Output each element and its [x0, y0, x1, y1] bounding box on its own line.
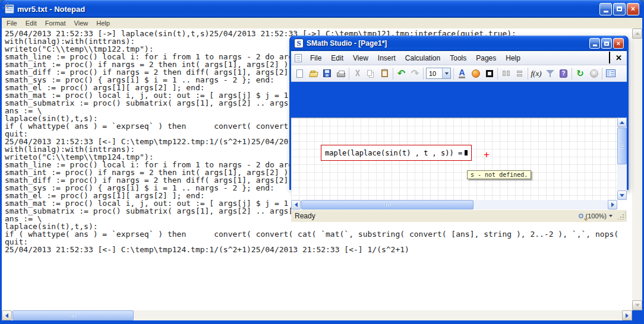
notepad-hscroll-thumb[interactable]: [12, 310, 134, 320]
font-size-dropdown-button[interactable]: [442, 68, 450, 78]
scissors-icon: [354, 69, 361, 77]
smath-maximize-button[interactable]: [601, 38, 612, 49]
toolbar-separator: [572, 68, 572, 80]
align-horizontal-icon: [503, 71, 510, 76]
save-floppy-icon: [323, 69, 331, 77]
minimize-icon: [593, 45, 597, 46]
notepad-menu-file[interactable]: File: [2, 18, 21, 28]
smath-menu-view[interactable]: View: [348, 52, 373, 64]
formula-box[interactable]: maple(laplace(sin(t) , t , s)) =: [321, 145, 472, 161]
font-color-icon: A: [459, 69, 465, 78]
notepad-menu-view[interactable]: View: [70, 18, 93, 28]
open-button[interactable]: [307, 67, 320, 80]
notepad-minimize-button[interactable]: [599, 3, 612, 15]
smath-hscroll-thumb[interactable]: [301, 200, 473, 209]
side-panel-button[interactable]: [604, 67, 617, 80]
chevron-up-icon: [635, 32, 640, 35]
stop-icon: ×: [590, 69, 598, 78]
chevron-down-icon: [620, 194, 624, 197]
border-square-icon: [486, 70, 493, 77]
chevron-down-icon: [635, 304, 640, 307]
toolbar-separator: [528, 68, 528, 80]
smath-close-button[interactable]: ×: [613, 38, 624, 49]
smath-menu-file[interactable]: File: [305, 52, 326, 64]
smath-menu-pages[interactable]: Pages: [471, 52, 501, 64]
notepad-window-controls: ×: [599, 3, 639, 15]
scroll-down-button[interactable]: [617, 190, 627, 200]
smath-vscroll-thumb[interactable]: [617, 128, 627, 164]
font-color-button[interactable]: A: [455, 67, 469, 80]
filter-button[interactable]: [543, 67, 557, 80]
recalculate-button[interactable]: ↻: [573, 67, 587, 80]
cut-button[interactable]: [351, 67, 364, 80]
notepad-menu-help[interactable]: Help: [92, 18, 114, 28]
copy-button[interactable]: [364, 67, 378, 80]
mdi-close-button[interactable]: ✕: [615, 55, 622, 61]
scroll-up-button[interactable]: [617, 117, 627, 127]
smath-menu-help[interactable]: Help: [501, 52, 525, 64]
side-panel-icon: [606, 69, 615, 77]
scroll-down-button[interactable]: [632, 300, 642, 310]
background-color-button[interactable]: [469, 67, 482, 80]
font-size-value: 10: [427, 70, 442, 77]
smath-menu-edit[interactable]: Edit: [326, 52, 348, 64]
notepad-vertical-scrollbar[interactable]: [632, 28, 642, 310]
notepad-horizontal-scrollbar[interactable]: [2, 310, 632, 320]
reference-button[interactable]: ?: [557, 67, 570, 80]
border-button[interactable]: [482, 67, 496, 80]
align-vertical-button[interactable]: [513, 67, 526, 80]
new-button[interactable]: [293, 67, 307, 80]
error-tooltip: s - not defined.: [467, 170, 531, 179]
scroll-up-button[interactable]: [632, 28, 642, 39]
funnel-icon: [546, 69, 554, 77]
smath-worksheet-area: maple(laplace(sin(t) , t , s)) = + s - n…: [291, 117, 627, 209]
printer-icon: [337, 72, 345, 77]
toolbar-separator: [393, 68, 393, 80]
notepad-menu-edit[interactable]: Edit: [21, 18, 41, 28]
paste-button[interactable]: [378, 67, 392, 80]
notepad-menu-format[interactable]: Format: [41, 18, 70, 28]
insert-function-button[interactable]: f(x): [529, 67, 543, 80]
redo-button[interactable]: ↷: [408, 67, 422, 80]
smath-logo-icon: S: [294, 39, 304, 48]
minimize-icon: [604, 11, 608, 12]
smath-menu-calculation[interactable]: Calculation: [400, 52, 445, 64]
scroll-right-button[interactable]: [622, 310, 632, 320]
chevron-right-icon: [611, 202, 614, 207]
save-button[interactable]: [320, 67, 334, 80]
toolbar-separator: [349, 68, 349, 80]
smath-horizontal-scrollbar[interactable]: [291, 200, 617, 209]
notepad-maximize-button[interactable]: [613, 3, 626, 15]
scroll-left-button[interactable]: [2, 310, 12, 320]
status-text: Ready: [295, 212, 315, 220]
thumb-grip-icon: [620, 144, 624, 149]
smath-minimize-button[interactable]: [589, 38, 600, 49]
align-horizontal-button[interactable]: [499, 67, 513, 80]
chevron-left-icon: [5, 313, 8, 318]
magnifier-icon: [579, 214, 583, 218]
smath-canvas[interactable]: maple(laplace(sin(t) , t , s)) = + s - n…: [291, 117, 617, 200]
scroll-left-button[interactable]: [291, 200, 301, 209]
zoom-control[interactable]: (100%): [579, 212, 623, 220]
smath-window: S SMath Studio - [Page1*] × File Edit Vi…: [289, 36, 629, 190]
scroll-right-button[interactable]: [608, 200, 617, 209]
undo-button[interactable]: ↶: [394, 67, 408, 80]
open-folder-icon: [309, 72, 318, 77]
mdi-restore-button[interactable]: [609, 53, 610, 63]
canvas-cursor-cross-icon: +: [484, 151, 490, 159]
print-button[interactable]: [334, 67, 348, 80]
stop-button[interactable]: ×: [587, 67, 601, 80]
notepad-titlebar: mvr5.txt - Notepad ×: [2, 0, 642, 18]
smath-window-controls: ×: [589, 38, 624, 49]
notepad-menubar: File Edit Format View Help: [2, 18, 642, 28]
smath-vertical-scrollbar[interactable]: [617, 117, 627, 200]
align-vertical-icon: [517, 71, 522, 77]
toolbar-separator: [602, 68, 602, 80]
notepad-close-button[interactable]: ×: [627, 3, 639, 15]
font-size-combo[interactable]: 10: [426, 68, 451, 79]
chevron-left-icon: [295, 202, 298, 207]
clipboard-icon: [381, 69, 388, 77]
formula-placeholder[interactable]: [465, 150, 468, 155]
smath-menu-insert[interactable]: Insert: [373, 52, 400, 64]
smath-menu-tools[interactable]: Tools: [445, 52, 471, 64]
